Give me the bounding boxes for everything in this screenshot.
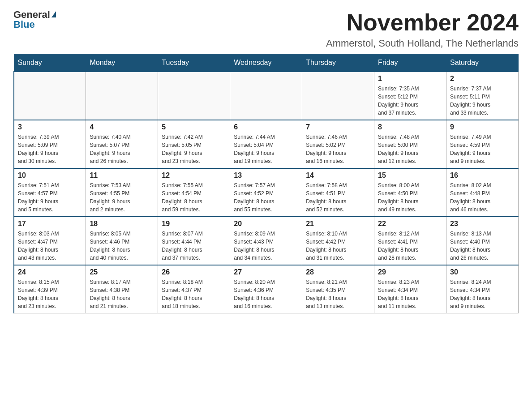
- day-info: Sunrise: 8:09 AMSunset: 4:43 PMDaylight:…: [234, 230, 298, 262]
- day-number: 11: [90, 171, 154, 180]
- weekday-header-friday: Friday: [374, 54, 446, 72]
- calendar-cell: [302, 72, 374, 120]
- calendar-cell: [230, 72, 302, 120]
- calendar-cell: 18Sunrise: 8:05 AMSunset: 4:46 PMDayligh…: [86, 217, 158, 265]
- day-info: Sunrise: 7:44 AMSunset: 5:04 PMDaylight:…: [234, 133, 298, 165]
- calendar-cell: 11Sunrise: 7:53 AMSunset: 4:55 PMDayligh…: [86, 168, 158, 217]
- day-info: Sunrise: 7:40 AMSunset: 5:07 PMDaylight:…: [90, 133, 154, 165]
- day-info: Sunrise: 7:39 AMSunset: 5:09 PMDaylight:…: [18, 133, 82, 165]
- day-number: 18: [90, 220, 154, 228]
- day-number: 8: [378, 123, 442, 131]
- calendar-week-5: 24Sunrise: 8:15 AMSunset: 4:39 PMDayligh…: [14, 265, 519, 313]
- day-info: Sunrise: 8:13 AMSunset: 4:40 PMDaylight:…: [450, 230, 515, 262]
- calendar-cell: 2Sunrise: 7:37 AMSunset: 5:11 PMDaylight…: [446, 72, 519, 120]
- weekday-header-tuesday: Tuesday: [158, 54, 230, 72]
- weekday-header-sunday: Sunday: [14, 54, 86, 72]
- day-info: Sunrise: 8:15 AMSunset: 4:39 PMDaylight:…: [18, 278, 82, 310]
- day-number: 24: [18, 268, 82, 276]
- calendar-cell: 3Sunrise: 7:39 AMSunset: 5:09 PMDaylight…: [14, 120, 86, 168]
- day-info: Sunrise: 7:35 AMSunset: 5:12 PMDaylight:…: [378, 85, 442, 117]
- day-info: Sunrise: 7:57 AMSunset: 4:52 PMDaylight:…: [234, 181, 298, 214]
- month-title: November 2024: [326, 9, 519, 36]
- calendar-cell: 16Sunrise: 8:02 AMSunset: 4:48 PMDayligh…: [446, 168, 519, 217]
- day-number: 19: [162, 220, 226, 228]
- calendar-cell: 8Sunrise: 7:48 AMSunset: 5:00 PMDaylight…: [374, 120, 446, 168]
- day-info: Sunrise: 8:21 AMSunset: 4:35 PMDaylight:…: [306, 278, 370, 310]
- day-number: 13: [234, 171, 298, 180]
- day-info: Sunrise: 8:23 AMSunset: 4:34 PMDaylight:…: [378, 278, 442, 310]
- weekday-header-monday: Monday: [86, 54, 158, 72]
- day-number: 10: [18, 171, 82, 180]
- calendar-cell: 5Sunrise: 7:42 AMSunset: 5:05 PMDaylight…: [158, 120, 230, 168]
- day-number: 2: [450, 75, 515, 83]
- day-info: Sunrise: 8:12 AMSunset: 4:41 PMDaylight:…: [378, 230, 442, 262]
- calendar-cell: [86, 72, 158, 120]
- calendar-cell: [158, 72, 230, 120]
- day-info: Sunrise: 8:20 AMSunset: 4:36 PMDaylight:…: [234, 278, 298, 310]
- logo-triangle-icon: [51, 11, 56, 17]
- day-number: 25: [90, 268, 154, 276]
- calendar-week-2: 3Sunrise: 7:39 AMSunset: 5:09 PMDaylight…: [14, 120, 519, 168]
- calendar-week-3: 10Sunrise: 7:51 AMSunset: 4:57 PMDayligh…: [14, 168, 519, 217]
- day-number: 7: [306, 123, 370, 131]
- day-number: 28: [306, 268, 370, 276]
- calendar-cell: 12Sunrise: 7:55 AMSunset: 4:54 PMDayligh…: [158, 168, 230, 217]
- day-number: 6: [234, 123, 298, 131]
- calendar-cell: 21Sunrise: 8:10 AMSunset: 4:42 PMDayligh…: [302, 217, 374, 265]
- day-number: 16: [450, 171, 515, 180]
- calendar-cell: 10Sunrise: 7:51 AMSunset: 4:57 PMDayligh…: [14, 168, 86, 217]
- calendar-cell: 14Sunrise: 7:58 AMSunset: 4:51 PMDayligh…: [302, 168, 374, 217]
- day-number: 30: [450, 268, 515, 276]
- day-info: Sunrise: 8:24 AMSunset: 4:34 PMDaylight:…: [450, 278, 515, 310]
- calendar-cell: 20Sunrise: 8:09 AMSunset: 4:43 PMDayligh…: [230, 217, 302, 265]
- day-number: 26: [162, 268, 226, 276]
- location-subtitle: Ammerstol, South Holland, The Netherland…: [326, 38, 519, 49]
- day-number: 9: [450, 123, 515, 131]
- weekday-header-wednesday: Wednesday: [230, 54, 302, 72]
- day-info: Sunrise: 7:49 AMSunset: 4:59 PMDaylight:…: [450, 133, 515, 165]
- calendar-cell: 22Sunrise: 8:12 AMSunset: 4:41 PMDayligh…: [374, 217, 446, 265]
- day-info: Sunrise: 7:46 AMSunset: 5:02 PMDaylight:…: [306, 133, 370, 165]
- weekday-header-row: SundayMondayTuesdayWednesdayThursdayFrid…: [14, 54, 519, 72]
- day-number: 3: [18, 123, 82, 131]
- calendar-cell: 1Sunrise: 7:35 AMSunset: 5:12 PMDaylight…: [374, 72, 446, 120]
- calendar-cell: 6Sunrise: 7:44 AMSunset: 5:04 PMDaylight…: [230, 120, 302, 168]
- calendar-cell: 15Sunrise: 8:00 AMSunset: 4:50 PMDayligh…: [374, 168, 446, 217]
- day-number: 29: [378, 268, 442, 276]
- day-info: Sunrise: 7:53 AMSunset: 4:55 PMDaylight:…: [90, 181, 154, 214]
- day-number: 22: [378, 220, 442, 228]
- day-number: 17: [18, 220, 82, 228]
- day-info: Sunrise: 8:18 AMSunset: 4:37 PMDaylight:…: [162, 278, 226, 310]
- calendar-cell: [14, 72, 86, 120]
- day-info: Sunrise: 8:03 AMSunset: 4:47 PMDaylight:…: [18, 230, 82, 262]
- calendar-cell: 4Sunrise: 7:40 AMSunset: 5:07 PMDaylight…: [86, 120, 158, 168]
- page-header: General Blue November 2024 Ammerstol, So…: [13, 9, 519, 49]
- calendar-table: SundayMondayTuesdayWednesdayThursdayFrid…: [13, 54, 519, 313]
- calendar-cell: 30Sunrise: 8:24 AMSunset: 4:34 PMDayligh…: [446, 265, 519, 313]
- day-info: Sunrise: 8:05 AMSunset: 4:46 PMDaylight:…: [90, 230, 154, 262]
- calendar-cell: 28Sunrise: 8:21 AMSunset: 4:35 PMDayligh…: [302, 265, 374, 313]
- day-number: 20: [234, 220, 298, 228]
- day-info: Sunrise: 8:07 AMSunset: 4:44 PMDaylight:…: [162, 230, 226, 262]
- day-info: Sunrise: 8:02 AMSunset: 4:48 PMDaylight:…: [450, 181, 515, 214]
- day-info: Sunrise: 7:51 AMSunset: 4:57 PMDaylight:…: [18, 181, 82, 214]
- day-info: Sunrise: 8:10 AMSunset: 4:42 PMDaylight:…: [306, 230, 370, 262]
- calendar-cell: 13Sunrise: 7:57 AMSunset: 4:52 PMDayligh…: [230, 168, 302, 217]
- day-number: 15: [378, 171, 442, 180]
- calendar-cell: 23Sunrise: 8:13 AMSunset: 4:40 PMDayligh…: [446, 217, 519, 265]
- day-number: 27: [234, 268, 298, 276]
- calendar-cell: 26Sunrise: 8:18 AMSunset: 4:37 PMDayligh…: [158, 265, 230, 313]
- calendar-cell: 7Sunrise: 7:46 AMSunset: 5:02 PMDaylight…: [302, 120, 374, 168]
- day-info: Sunrise: 8:17 AMSunset: 4:38 PMDaylight:…: [90, 278, 154, 310]
- day-info: Sunrise: 7:55 AMSunset: 4:54 PMDaylight:…: [162, 181, 226, 214]
- day-info: Sunrise: 7:42 AMSunset: 5:05 PMDaylight:…: [162, 133, 226, 165]
- title-area: November 2024 Ammerstol, South Holland, …: [326, 9, 519, 49]
- day-number: 4: [90, 123, 154, 131]
- day-info: Sunrise: 7:48 AMSunset: 5:00 PMDaylight:…: [378, 133, 442, 165]
- calendar-cell: 19Sunrise: 8:07 AMSunset: 4:44 PMDayligh…: [158, 217, 230, 265]
- day-info: Sunrise: 7:58 AMSunset: 4:51 PMDaylight:…: [306, 181, 370, 214]
- weekday-header-thursday: Thursday: [302, 54, 374, 72]
- logo: General Blue: [13, 9, 56, 30]
- day-info: Sunrise: 8:00 AMSunset: 4:50 PMDaylight:…: [378, 181, 442, 214]
- day-info: Sunrise: 7:37 AMSunset: 5:11 PMDaylight:…: [450, 85, 515, 117]
